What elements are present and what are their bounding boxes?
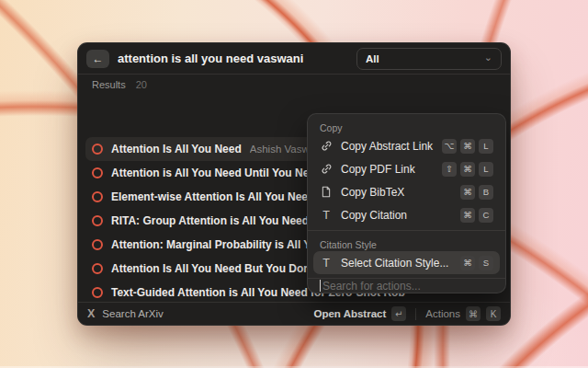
actions-menu: Copy Copy Abstract Link ⌥ ⌘ L Copy PDF L… [307, 113, 506, 293]
paper-circle-icon [92, 239, 103, 250]
b-key: B [479, 185, 493, 200]
shortcut-keys: ⌘ S [460, 256, 493, 270]
menu-item-copy-citation[interactable]: T Copy Citation ⌘ C [313, 203, 500, 226]
shift-key: ⇧ [442, 162, 457, 177]
return-key-icon: ↵ [391, 306, 406, 321]
paper-circle-icon [92, 167, 103, 178]
menu-section-title: Citation Style [313, 235, 500, 251]
menu-item-copy-pdf-link[interactable]: Copy PDF Link ⇧ ⌘ L [313, 157, 500, 180]
command-key: ⌘ [460, 162, 475, 177]
filter-dropdown[interactable]: All ⌄ [356, 48, 502, 70]
paper-circle-icon [92, 215, 103, 226]
footer-divider [415, 308, 416, 320]
text-icon: T [320, 257, 333, 270]
command-key: ⌘ [460, 139, 475, 154]
s-key: S [479, 256, 493, 270]
text-cursor [320, 280, 321, 292]
menu-section-title: Copy [313, 118, 500, 134]
command-key: ⌘ [460, 256, 475, 270]
raycast-window: ← attention is all you need vaswani All … [77, 42, 511, 326]
search-topbar: ← attention is all you need vaswani All … [78, 43, 510, 75]
actions-search-placeholder: Search for actions... [322, 280, 421, 293]
menu-item-label: Copy Citation [341, 209, 407, 222]
results-count: 20 [136, 79, 147, 90]
footer-actions: Open Abstract ↵ Actions ⌘ K [313, 306, 501, 321]
shortcut-keys: ⌘ B [460, 185, 493, 200]
menu-item-copy-abstract-link[interactable]: Copy Abstract Link ⌥ ⌘ L [313, 134, 500, 157]
menu-item-label: Copy Abstract Link [341, 140, 433, 153]
actions-button[interactable]: Actions [425, 308, 460, 319]
k-key-icon: K [486, 306, 501, 321]
result-title: Element-wise Attention Is All You Need [111, 190, 314, 203]
paper-circle-icon [92, 287, 103, 298]
window-footer: X Search ArXiv Open Abstract ↵ Actions ⌘… [78, 302, 510, 325]
command-key: ⌘ [460, 185, 475, 200]
document-icon [320, 186, 333, 198]
search-query-text[interactable]: attention is all you need vaswani [118, 52, 303, 65]
l-key: L [479, 139, 493, 154]
option-key: ⌥ [442, 139, 457, 154]
extension-name: Search ArXiv [102, 308, 163, 319]
menu-item-label: Copy PDF Link [341, 163, 415, 176]
back-arrow-icon: ← [93, 52, 104, 65]
link-icon [320, 140, 333, 152]
paper-circle-icon [92, 144, 103, 155]
results-header: Results 20 [78, 75, 510, 94]
filter-dropdown-value: All [366, 53, 379, 64]
menu-divider [308, 230, 505, 231]
menu-item-label: Select Citation Style... [341, 257, 448, 270]
results-label: Results [92, 79, 126, 90]
actions-search-input[interactable]: Search for actions... [308, 278, 505, 293]
l-key: L [479, 162, 493, 177]
menu-item-label: Copy BibTeX [341, 186, 404, 199]
link-icon [320, 163, 333, 175]
shortcut-keys: ⌘ C [460, 208, 493, 223]
paper-circle-icon [92, 191, 103, 202]
open-abstract-button[interactable]: Open Abstract [313, 308, 386, 319]
text-icon: T [320, 209, 333, 222]
shortcut-keys: ⇧ ⌘ L [442, 162, 493, 177]
command-key-icon: ⌘ [466, 306, 481, 321]
shortcut-keys: ⌥ ⌘ L [442, 139, 493, 154]
arxiv-logo-icon: X [87, 307, 95, 320]
menu-item-copy-bibtex[interactable]: Copy BibTeX ⌘ B [313, 180, 500, 203]
c-key: C [479, 208, 493, 223]
back-button[interactable]: ← [86, 50, 109, 68]
command-key: ⌘ [460, 208, 475, 223]
paper-circle-icon [92, 263, 103, 274]
result-title: Attention Is All You Need [111, 143, 242, 155]
menu-item-select-citation-style[interactable]: T Select Citation Style... ⌘ S [313, 251, 500, 274]
